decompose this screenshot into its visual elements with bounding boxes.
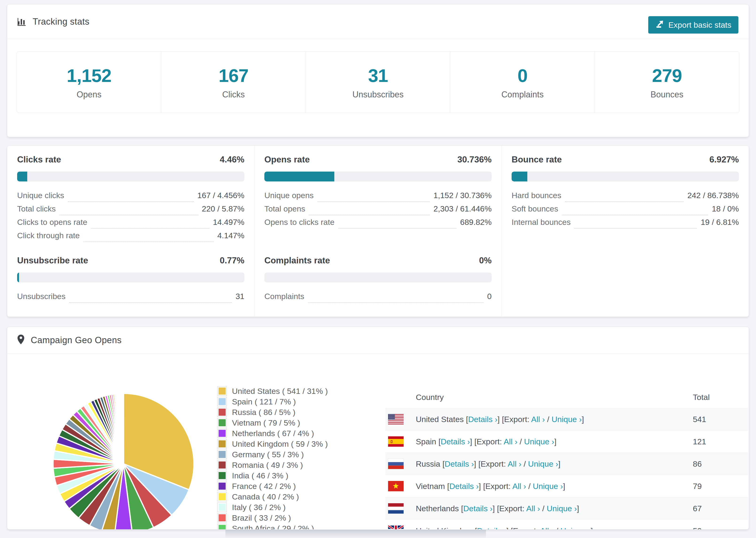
- stat-value: 0: [517, 65, 527, 86]
- table-row-netherlands: Netherlands [Details ›] [Export: All › /…: [385, 497, 748, 519]
- bar-chart-icon: [17, 16, 27, 27]
- export-unique-link[interactable]: Unique ›: [547, 504, 577, 513]
- legend-label: Spain ( 121 / 7% ): [232, 397, 296, 406]
- export-unique-link[interactable]: Unique ›: [533, 482, 563, 491]
- rate-percent: 30.736%: [458, 155, 492, 165]
- rate-title: Unsubscribe rate: [17, 256, 88, 265]
- dotted-leader: [91, 228, 209, 229]
- rate-section-opens-rate: Opens rate 30.736% Unique opens 1,152 / …: [254, 146, 502, 247]
- details-link[interactable]: Details ›: [463, 504, 493, 513]
- stat-label: Opens: [77, 90, 101, 99]
- legend-swatch: [217, 429, 227, 438]
- rates-grid: Clicks rate 4.46% Unique clicks 167 / 4.…: [7, 146, 749, 317]
- stat-line-label: Clicks to opens rate: [17, 218, 87, 227]
- details-link[interactable]: Details ›: [445, 459, 474, 468]
- rates-column: Bounce rate 6.927% Hard bounces 242 / 86…: [502, 146, 749, 317]
- rate-percent: 0.77%: [220, 256, 244, 265]
- progress-fill: [17, 273, 19, 282]
- campaign-geo-opens-card: Campaign Geo Opens United States ( 541 /…: [7, 327, 749, 529]
- geo-table: Country Total United States [Details ›] …: [385, 386, 748, 529]
- export-all-link[interactable]: All ›: [504, 437, 517, 446]
- export-all-link[interactable]: All ›: [531, 415, 545, 424]
- stat-line-value: 2,303 / 61.446%: [433, 204, 492, 213]
- column-header-total: Total: [693, 393, 710, 402]
- rate-percent: 6.927%: [710, 155, 739, 165]
- legend-swatch: [217, 524, 227, 529]
- progress-bar: [512, 172, 739, 182]
- export-unique-link[interactable]: Unique ›: [561, 526, 591, 530]
- geo-header: Campaign Geo Opens: [7, 327, 749, 353]
- details-link[interactable]: Details ›: [468, 415, 498, 424]
- export-unique-link[interactable]: Unique ›: [552, 415, 582, 424]
- stat-label: Complaints: [501, 90, 544, 99]
- legend-label: Russia ( 86 / 5% ): [232, 408, 296, 417]
- export-unique-link[interactable]: Unique ›: [524, 437, 554, 446]
- rates-column: Clicks rate 4.46% Unique clicks 167 / 4.…: [7, 146, 254, 317]
- dotted-leader: [574, 228, 697, 229]
- stat-label: Clicks: [222, 90, 245, 99]
- rate-stat-lines: Complaints 0: [264, 292, 492, 305]
- stat-line-value: 18 / 0%: [712, 204, 739, 213]
- flag-icon-us: [388, 414, 404, 424]
- country-cell: Netherlands [Details ›] [Export: All › /…: [416, 504, 579, 513]
- legend-label: Italy ( 36 / 2% ): [232, 503, 286, 512]
- bottom-scroll-shadow: [225, 530, 486, 538]
- country-name: Spain: [416, 437, 436, 446]
- legend-swatch: [217, 513, 227, 522]
- stat-line-value: 19 / 6.81%: [701, 218, 739, 227]
- export-unique-link[interactable]: Unique ›: [528, 459, 558, 468]
- export-all-link[interactable]: All ›: [526, 504, 540, 513]
- stat-box-opens: 1,152 Opens: [17, 52, 161, 113]
- legend-swatch: [217, 439, 227, 449]
- dotted-leader: [308, 302, 483, 303]
- legend-label: Netherlands ( 67 / 4% ): [232, 429, 314, 438]
- rate-section-bounce-rate: Bounce rate 6.927% Hard bounces 242 / 86…: [502, 146, 749, 247]
- stat-line-label: Hard bounces: [512, 191, 561, 200]
- dotted-leader: [562, 215, 708, 215]
- legend-label: South Africa ( 29 / 2% ): [232, 524, 314, 530]
- legend-item-india: India ( 46 / 3% ): [217, 471, 368, 480]
- stat-box-clicks: 167 Clicks: [161, 52, 305, 113]
- legend-item-united-states: United States ( 541 / 31% ): [217, 386, 368, 396]
- geo-opens-pie-chart[interactable]: [42, 383, 204, 529]
- progress-fill: [264, 172, 334, 182]
- legend-item-spain: Spain ( 121 / 7% ): [217, 397, 368, 406]
- rate-section-unsubscribe-rate: Unsubscribe rate 0.77% Unsubscribes 31: [7, 247, 254, 305]
- export-all-link[interactable]: All ›: [540, 526, 554, 530]
- progress-bar: [264, 273, 492, 282]
- details-link[interactable]: Details ›: [449, 482, 479, 491]
- progress-bar: [17, 172, 244, 182]
- stat-label: Unsubscribes: [352, 90, 404, 99]
- legend-label: India ( 46 / 3% ): [232, 471, 288, 480]
- export-all-link[interactable]: All ›: [512, 482, 526, 491]
- stat-line-label: Unsubscribes: [17, 292, 66, 301]
- stat-line-soft-bounces: Soft bounces 18 / 0%: [512, 204, 739, 218]
- stat-box-unsubscribes: 31 Unsubscribes: [306, 52, 450, 113]
- export-button-label: Export basic stats: [669, 21, 731, 29]
- total-cell: 67: [693, 504, 702, 513]
- dotted-leader: [309, 215, 430, 215]
- details-link[interactable]: Details ›: [477, 526, 507, 530]
- country-name: United Kingdom: [416, 526, 473, 530]
- export-all-link[interactable]: All ›: [508, 459, 521, 468]
- legend-item-france: France ( 42 / 2% ): [217, 481, 368, 491]
- stat-line-label: Complaints: [264, 292, 304, 301]
- country-name: Vietnam: [416, 482, 445, 491]
- export-basic-stats-button[interactable]: Export basic stats: [648, 16, 738, 33]
- legend-swatch: [217, 471, 227, 480]
- stat-line-total-clicks: Total clicks 220 / 5.87%: [17, 204, 244, 218]
- stat-line-unique-opens: Unique opens 1,152 / 30.736%: [264, 191, 492, 204]
- total-cell: 541: [693, 415, 706, 424]
- stat-line-complaints: Complaints 0: [264, 292, 492, 305]
- legend-swatch: [217, 460, 227, 470]
- details-link[interactable]: Details ›: [441, 437, 470, 446]
- tracking-stats-header: Tracking stats Export basic stats: [7, 4, 749, 39]
- flag-icon-gb: [388, 525, 404, 529]
- legend-label: United Kingdom ( 59 / 3% ): [232, 439, 328, 449]
- legend-swatch: [217, 450, 227, 459]
- legend-label: Canada ( 40 / 2% ): [232, 492, 299, 501]
- rate-title: Clicks rate: [17, 155, 61, 165]
- dotted-leader: [59, 215, 198, 215]
- legend-label: France ( 42 / 2% ): [232, 482, 296, 491]
- rate-stat-lines: Hard bounces 242 / 86.738% Soft bounces …: [512, 191, 739, 231]
